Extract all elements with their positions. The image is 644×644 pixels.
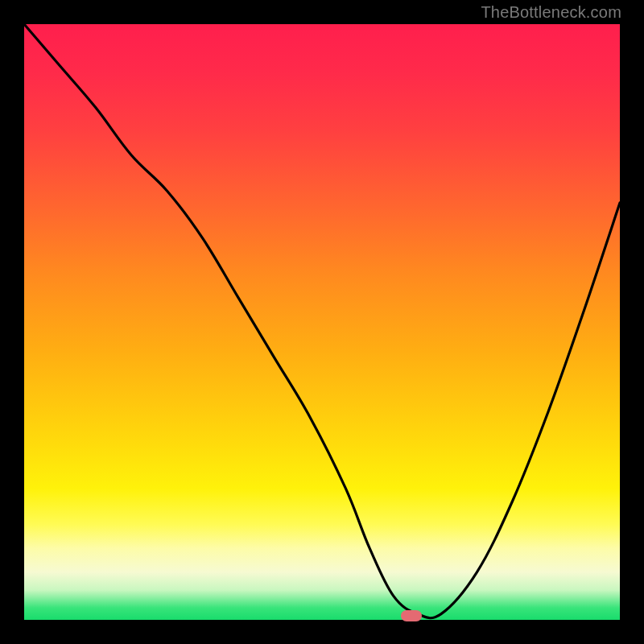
bottleneck-curve	[24, 24, 620, 620]
chart-frame: TheBottleneck.com	[0, 0, 644, 644]
bottleneck-marker	[401, 610, 422, 621]
watermark-text: TheBottleneck.com	[481, 3, 621, 22]
